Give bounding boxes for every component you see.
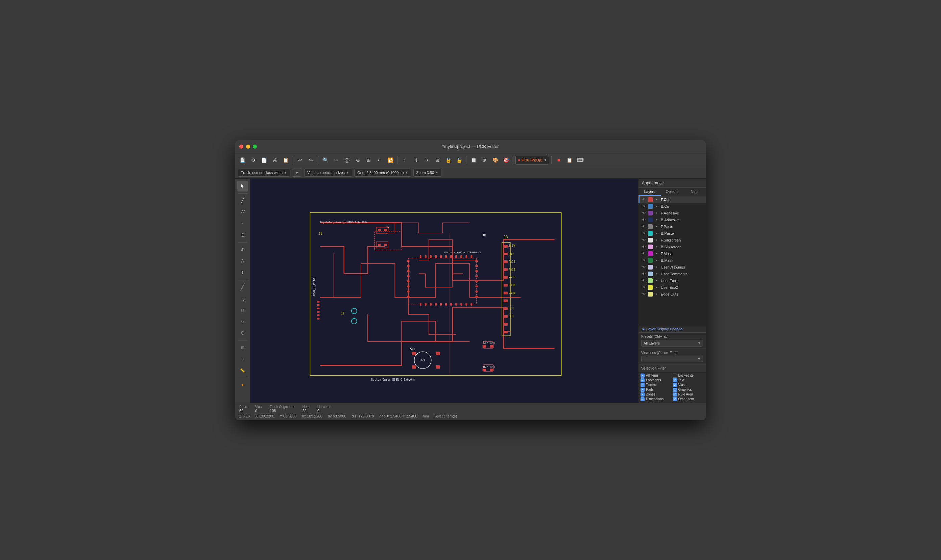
selection-filter-item[interactable]: Dimensions bbox=[640, 397, 672, 401]
layer-selector[interactable]: ■ F.Cu (PgUp) ▼ bbox=[515, 156, 549, 165]
measure-tool[interactable]: 📏 bbox=[237, 365, 248, 376]
tab-objects[interactable]: Objects bbox=[661, 188, 683, 196]
close-button[interactable] bbox=[239, 145, 243, 149]
draw-line-tool[interactable]: ╱ bbox=[237, 282, 248, 292]
route-track-tool[interactable]: ╱ bbox=[237, 195, 248, 206]
layer-item[interactable]: 👁 ● F.Silkscreen bbox=[639, 237, 706, 243]
layer-item[interactable]: 👁 ● F.Cu bbox=[639, 196, 706, 203]
layer-item[interactable]: 👁 ● B.Paste bbox=[639, 230, 706, 237]
zoom-fit-button[interactable]: ◎ bbox=[342, 155, 352, 165]
zoom-area-button[interactable]: ⊞ bbox=[364, 155, 374, 165]
layer-item[interactable]: 👁 ● F.Adhesive bbox=[639, 210, 706, 217]
3d-view-button[interactable]: 🎯 bbox=[501, 155, 511, 165]
sel-checkbox[interactable] bbox=[673, 374, 677, 378]
zoom-selector[interactable]: Zoom 3.50 ▼ bbox=[413, 169, 442, 177]
sel-checkbox[interactable] bbox=[673, 397, 677, 401]
sel-checkbox[interactable] bbox=[673, 388, 677, 392]
track-width-button[interactable]: ⇄ bbox=[292, 169, 302, 177]
layer-item[interactable]: 👁 ● User.Eco1 bbox=[639, 277, 706, 284]
drc-button[interactable]: ⊕ bbox=[479, 155, 489, 165]
route-diff-pair-tool[interactable]: ╱╱ bbox=[237, 207, 248, 217]
add-rule-area-tool[interactable]: ⊡ bbox=[237, 354, 248, 365]
lock-button[interactable]: 🔒 bbox=[443, 155, 453, 165]
net-inspector-button[interactable]: 🔲 bbox=[469, 155, 478, 165]
add-zone-tool[interactable]: ⊞ bbox=[237, 342, 248, 353]
length-tune-tool[interactable]: ~ bbox=[237, 218, 248, 229]
highlight-net-button[interactable]: ■ bbox=[554, 155, 564, 165]
selection-filter-item[interactable]: Footprints bbox=[640, 378, 672, 382]
selection-filter-item[interactable]: Pads bbox=[640, 388, 672, 392]
copy-button[interactable]: 📋 bbox=[281, 155, 291, 165]
minimize-button[interactable] bbox=[246, 145, 250, 149]
zoom-prev-button[interactable]: ↶ bbox=[375, 155, 385, 165]
layer-item[interactable]: 👁 ● User.Eco2 bbox=[639, 284, 706, 291]
tab-layers[interactable]: Layers bbox=[639, 188, 661, 196]
via-selector[interactable]: Via: use netclass sizes ▼ bbox=[304, 169, 352, 177]
scripting-button[interactable]: ⌨ bbox=[575, 155, 585, 165]
grid-selector[interactable]: Grid: 2.5400 mm (0.1000 in) ▼ bbox=[354, 169, 411, 177]
add-via-tool[interactable]: ⊙ bbox=[237, 230, 248, 240]
mirror-button[interactable]: ↕ bbox=[400, 155, 410, 165]
grid-btn[interactable]: ⊞ bbox=[432, 155, 443, 165]
presets-select[interactable]: All Layers ▼ bbox=[641, 340, 703, 346]
selection-filter-item[interactable]: Zones bbox=[640, 392, 672, 397]
search-button[interactable]: 🔍 bbox=[321, 155, 330, 165]
layer-item[interactable]: 👁 ● B.Adhesive bbox=[639, 217, 706, 223]
custom-tool[interactable]: ✦ bbox=[237, 380, 248, 391]
undo-button[interactable]: ↩ bbox=[295, 155, 305, 165]
save-button[interactable]: 💾 bbox=[237, 155, 247, 165]
properties-button[interactable]: ⚙ bbox=[248, 155, 258, 165]
viewports-select[interactable]: ▼ bbox=[641, 356, 703, 362]
zoom-in-button[interactable]: ⊕ bbox=[353, 155, 363, 165]
rotate-button[interactable]: ↷ bbox=[421, 155, 432, 165]
draw-arc-tool[interactable]: ◡ bbox=[237, 293, 248, 304]
pcb-canvas-area[interactable]: USB_B_Mini U2 Microcontroller_ATSAMD11C1… bbox=[250, 178, 638, 403]
draw-rect-tool[interactable]: □ bbox=[237, 305, 248, 315]
draw-polygon-tool[interactable]: ⬡ bbox=[237, 328, 248, 338]
layer-display-options[interactable]: Layer Display Options bbox=[639, 326, 706, 332]
layer-item[interactable]: 👁 ● User.Comments bbox=[639, 271, 706, 277]
selection-filter-item[interactable]: Text bbox=[673, 378, 704, 382]
refresh-button[interactable]: 🔁 bbox=[385, 155, 395, 165]
sel-checkbox[interactable] bbox=[673, 378, 677, 382]
add-net-label-tool[interactable]: A bbox=[237, 256, 248, 266]
add-footprint-tool[interactable]: ⊕ bbox=[237, 244, 248, 255]
sel-checkbox[interactable] bbox=[640, 388, 645, 392]
layer-item[interactable]: 👁 ● Edge.Cuts bbox=[639, 291, 706, 298]
maximize-button[interactable] bbox=[253, 145, 257, 149]
redo-button[interactable]: ↪ bbox=[306, 155, 316, 165]
flip-button[interactable]: ⇅ bbox=[411, 155, 421, 165]
sel-checkbox[interactable] bbox=[640, 378, 645, 382]
layer-item[interactable]: 👁 ● B.Mask bbox=[639, 257, 706, 264]
selection-filter-item[interactable]: Tracks bbox=[640, 383, 672, 387]
zoom-out-button[interactable]: − bbox=[331, 155, 341, 165]
sel-checkbox[interactable] bbox=[640, 392, 645, 397]
sel-checkbox[interactable] bbox=[640, 374, 645, 378]
layer-item[interactable]: 👁 ● F.Paste bbox=[639, 223, 706, 230]
selection-filter-item[interactable]: Other item bbox=[673, 397, 704, 401]
new-button[interactable]: 📄 bbox=[259, 155, 269, 165]
selection-filter-item[interactable]: Graphics bbox=[673, 388, 704, 392]
selection-filter-item[interactable]: Locked ite bbox=[673, 374, 704, 378]
layer-item[interactable]: 👁 ● F.Mask bbox=[639, 250, 706, 257]
layer-manager-button[interactable]: 📋 bbox=[565, 155, 575, 165]
print-button[interactable]: 🖨 bbox=[270, 155, 280, 165]
layer-item[interactable]: 👁 ● B.Cu bbox=[639, 203, 706, 210]
layer-item[interactable]: 👁 ● B.Silkscreen bbox=[639, 243, 706, 250]
sel-checkbox[interactable] bbox=[640, 397, 645, 401]
unlock-button[interactable]: 🔓 bbox=[454, 155, 464, 165]
sel-checkbox[interactable] bbox=[640, 383, 645, 387]
layer-item[interactable]: 👁 ● User.Drawings bbox=[639, 264, 706, 271]
draw-circle-tool[interactable]: ○ bbox=[237, 316, 248, 327]
sel-checkbox[interactable] bbox=[673, 392, 677, 397]
select-tool[interactable] bbox=[237, 181, 248, 191]
track-selector[interactable]: Track: use netclass width ▼ bbox=[238, 169, 290, 177]
selection-filter-item[interactable]: Vias bbox=[673, 383, 704, 387]
layer-list[interactable]: 👁 ● F.Cu 👁 ● B.Cu 👁 ● F.Adhesive 👁 ● B.A… bbox=[639, 196, 706, 326]
selection-filter-item[interactable]: Rule Area bbox=[673, 392, 704, 397]
ratsnest-button[interactable]: 🎨 bbox=[490, 155, 500, 165]
tab-nets[interactable]: Nets bbox=[683, 188, 706, 196]
selection-filter-item[interactable]: All items bbox=[640, 374, 672, 378]
sel-checkbox[interactable] bbox=[673, 383, 677, 387]
add-text-tool[interactable]: T bbox=[237, 267, 248, 278]
